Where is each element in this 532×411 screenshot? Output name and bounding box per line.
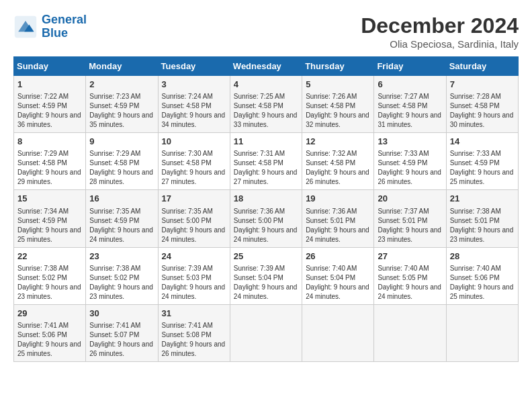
calendar-cell xyxy=(446,304,518,361)
day-info: Sunrise: 7:36 AM Sunset: 5:00 PM Dayligh… xyxy=(234,207,298,244)
day-number: 16 xyxy=(89,193,154,205)
day-info: Sunrise: 7:23 AM Sunset: 4:59 PM Dayligh… xyxy=(89,92,154,130)
calendar-subtitle: Olia Speciosa, Sardinia, Italy xyxy=(361,38,519,50)
title-area: December 2024 Olia Speciosa, Sardinia, I… xyxy=(361,13,519,50)
calendar-cell: 19Sunrise: 7:36 AM Sunset: 5:01 PM Dayli… xyxy=(302,190,374,247)
day-number: 10 xyxy=(162,136,226,148)
day-number: 21 xyxy=(450,193,515,205)
calendar-cell: 12Sunrise: 7:32 AM Sunset: 4:58 PM Dayli… xyxy=(302,133,374,190)
day-info: Sunrise: 7:29 AM Sunset: 4:58 PM Dayligh… xyxy=(17,149,82,187)
calendar-cell: 17Sunrise: 7:35 AM Sunset: 5:00 PM Dayli… xyxy=(158,190,230,247)
day-number: 2 xyxy=(89,79,154,91)
day-info: Sunrise: 7:27 AM Sunset: 4:58 PM Dayligh… xyxy=(378,92,442,130)
day-number: 31 xyxy=(162,308,226,320)
logo: General Blue xyxy=(13,13,87,40)
week-row-4: 22Sunrise: 7:38 AM Sunset: 5:02 PM Dayli… xyxy=(14,247,519,304)
calendar-cell: 3Sunrise: 7:24 AM Sunset: 4:58 PM Daylig… xyxy=(158,76,230,133)
day-info: Sunrise: 7:25 AM Sunset: 4:58 PM Dayligh… xyxy=(234,92,298,130)
col-thursday: Thursday xyxy=(302,57,374,76)
day-info: Sunrise: 7:41 AM Sunset: 5:07 PM Dayligh… xyxy=(89,321,154,359)
day-info: Sunrise: 7:40 AM Sunset: 5:04 PM Dayligh… xyxy=(306,264,370,302)
day-info: Sunrise: 7:41 AM Sunset: 5:06 PM Dayligh… xyxy=(17,321,82,359)
calendar-cell: 16Sunrise: 7:35 AM Sunset: 4:59 PM Dayli… xyxy=(86,190,158,247)
day-info: Sunrise: 7:38 AM Sunset: 5:02 PM Dayligh… xyxy=(17,264,82,302)
logo-icon xyxy=(13,15,38,39)
calendar-cell: 13Sunrise: 7:33 AM Sunset: 4:59 PM Dayli… xyxy=(374,133,446,190)
calendar-cell xyxy=(230,304,302,361)
calendar-table: Sunday Monday Tuesday Wednesday Thursday… xyxy=(13,56,519,362)
day-info: Sunrise: 7:39 AM Sunset: 5:03 PM Dayligh… xyxy=(162,264,226,302)
header-row: Sunday Monday Tuesday Wednesday Thursday… xyxy=(14,57,519,76)
day-number: 6 xyxy=(378,79,442,91)
day-info: Sunrise: 7:40 AM Sunset: 5:06 PM Dayligh… xyxy=(450,264,515,302)
day-number: 24 xyxy=(162,250,226,263)
week-row-2: 8Sunrise: 7:29 AM Sunset: 4:58 PM Daylig… xyxy=(14,133,519,190)
calendar-cell: 24Sunrise: 7:39 AM Sunset: 5:03 PM Dayli… xyxy=(158,247,230,304)
day-info: Sunrise: 7:38 AM Sunset: 5:02 PM Dayligh… xyxy=(89,264,154,302)
day-info: Sunrise: 7:22 AM Sunset: 4:59 PM Dayligh… xyxy=(17,92,82,130)
calendar-cell: 14Sunrise: 7:33 AM Sunset: 4:59 PM Dayli… xyxy=(446,133,518,190)
col-wednesday: Wednesday xyxy=(230,57,302,76)
calendar-cell: 22Sunrise: 7:38 AM Sunset: 5:02 PM Dayli… xyxy=(14,247,86,304)
week-row-1: 1Sunrise: 7:22 AM Sunset: 4:59 PM Daylig… xyxy=(14,76,519,133)
day-number: 12 xyxy=(306,136,370,148)
calendar-cell: 27Sunrise: 7:40 AM Sunset: 5:05 PM Dayli… xyxy=(374,247,446,304)
day-number: 4 xyxy=(234,79,298,91)
day-info: Sunrise: 7:33 AM Sunset: 4:59 PM Dayligh… xyxy=(378,149,442,187)
day-info: Sunrise: 7:38 AM Sunset: 5:01 PM Dayligh… xyxy=(450,207,515,244)
calendar-cell: 9Sunrise: 7:29 AM Sunset: 4:58 PM Daylig… xyxy=(86,133,158,190)
col-saturday: Saturday xyxy=(446,57,518,76)
calendar-cell: 25Sunrise: 7:39 AM Sunset: 5:04 PM Dayli… xyxy=(230,247,302,304)
calendar-cell: 26Sunrise: 7:40 AM Sunset: 5:04 PM Dayli… xyxy=(302,247,374,304)
day-number: 29 xyxy=(17,308,82,320)
day-info: Sunrise: 7:40 AM Sunset: 5:05 PM Dayligh… xyxy=(378,264,442,302)
calendar-cell: 4Sunrise: 7:25 AM Sunset: 4:58 PM Daylig… xyxy=(230,76,302,133)
day-info: Sunrise: 7:30 AM Sunset: 4:58 PM Dayligh… xyxy=(162,149,226,187)
calendar-cell: 18Sunrise: 7:36 AM Sunset: 5:00 PM Dayli… xyxy=(230,190,302,247)
calendar-cell xyxy=(302,304,374,361)
day-number: 14 xyxy=(450,136,515,148)
day-number: 8 xyxy=(17,136,82,148)
calendar-cell: 1Sunrise: 7:22 AM Sunset: 4:59 PM Daylig… xyxy=(14,76,86,133)
day-info: Sunrise: 7:28 AM Sunset: 4:58 PM Dayligh… xyxy=(450,92,515,130)
calendar-cell: 8Sunrise: 7:29 AM Sunset: 4:58 PM Daylig… xyxy=(14,133,86,190)
day-number: 13 xyxy=(378,136,442,148)
day-number: 5 xyxy=(306,79,370,91)
day-info: Sunrise: 7:39 AM Sunset: 5:04 PM Dayligh… xyxy=(234,264,298,302)
day-info: Sunrise: 7:29 AM Sunset: 4:58 PM Dayligh… xyxy=(89,149,154,187)
calendar-cell: 10Sunrise: 7:30 AM Sunset: 4:58 PM Dayli… xyxy=(158,133,230,190)
day-info: Sunrise: 7:31 AM Sunset: 4:58 PM Dayligh… xyxy=(234,149,298,187)
calendar-cell: 23Sunrise: 7:38 AM Sunset: 5:02 PM Dayli… xyxy=(86,247,158,304)
day-number: 9 xyxy=(89,136,154,148)
day-number: 27 xyxy=(378,250,442,263)
day-number: 11 xyxy=(234,136,298,148)
day-number: 25 xyxy=(234,250,298,263)
day-info: Sunrise: 7:26 AM Sunset: 4:58 PM Dayligh… xyxy=(306,92,370,130)
header: General Blue December 2024 Olia Speciosa… xyxy=(13,13,519,50)
calendar-cell xyxy=(374,304,446,361)
day-number: 3 xyxy=(162,79,226,91)
day-number: 28 xyxy=(450,250,515,263)
calendar-cell: 29Sunrise: 7:41 AM Sunset: 5:06 PM Dayli… xyxy=(14,304,86,361)
day-number: 1 xyxy=(17,79,82,91)
calendar-cell: 6Sunrise: 7:27 AM Sunset: 4:58 PM Daylig… xyxy=(374,76,446,133)
calendar-cell: 28Sunrise: 7:40 AM Sunset: 5:06 PM Dayli… xyxy=(446,247,518,304)
week-row-5: 29Sunrise: 7:41 AM Sunset: 5:06 PM Dayli… xyxy=(14,304,519,361)
day-number: 7 xyxy=(450,79,515,91)
day-info: Sunrise: 7:32 AM Sunset: 4:58 PM Dayligh… xyxy=(306,149,370,187)
calendar-title: December 2024 xyxy=(361,13,519,38)
col-monday: Monday xyxy=(86,57,158,76)
day-number: 22 xyxy=(17,250,82,263)
calendar-cell: 15Sunrise: 7:34 AM Sunset: 4:59 PM Dayli… xyxy=(14,190,86,247)
day-info: Sunrise: 7:35 AM Sunset: 4:59 PM Dayligh… xyxy=(89,207,154,244)
day-info: Sunrise: 7:37 AM Sunset: 5:01 PM Dayligh… xyxy=(378,207,442,244)
calendar-cell: 21Sunrise: 7:38 AM Sunset: 5:01 PM Dayli… xyxy=(446,190,518,247)
day-number: 30 xyxy=(89,308,154,320)
day-number: 23 xyxy=(89,250,154,263)
day-info: Sunrise: 7:33 AM Sunset: 4:59 PM Dayligh… xyxy=(450,149,515,187)
calendar-cell: 7Sunrise: 7:28 AM Sunset: 4:58 PM Daylig… xyxy=(446,76,518,133)
week-row-3: 15Sunrise: 7:34 AM Sunset: 4:59 PM Dayli… xyxy=(14,190,519,247)
calendar-cell: 2Sunrise: 7:23 AM Sunset: 4:59 PM Daylig… xyxy=(86,76,158,133)
day-number: 20 xyxy=(378,193,442,205)
col-sunday: Sunday xyxy=(14,57,86,76)
